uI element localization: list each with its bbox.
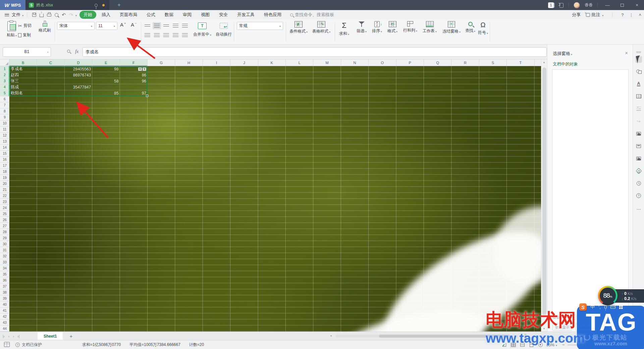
table-style-button[interactable]: ✎ 表格样式 — [311, 21, 332, 34]
prev-sheet-button[interactable]: ‹ — [8, 334, 10, 338]
fill-handle[interactable] — [146, 95, 148, 97]
align-right-button[interactable] — [162, 32, 170, 39]
pane-drag-handle[interactable] — [635, 49, 642, 55]
distribute-button[interactable] — [181, 32, 189, 39]
column-header-S[interactable]: S — [479, 59, 507, 66]
column-header-K[interactable]: K — [258, 59, 286, 66]
decrease-font-size-button[interactable]: A－ — [131, 22, 137, 28]
sogou-logo-icon[interactable]: S — [579, 303, 587, 311]
user-name[interactable]: 香香 — [585, 2, 593, 8]
row-header-31[interactable]: 31 — [0, 247, 9, 253]
align-middle-button[interactable] — [153, 22, 161, 29]
ime-menu-grid-icon[interactable] — [619, 305, 623, 309]
row-header-6[interactable]: 6 — [0, 96, 9, 102]
column-header-T[interactable]: T — [507, 59, 534, 66]
print-button[interactable] — [45, 11, 53, 18]
row-header-34[interactable]: 34 — [0, 265, 9, 271]
sheet-tab-sheet1[interactable]: Sheet1 — [38, 332, 63, 340]
column-header-Q[interactable]: Q — [424, 59, 451, 66]
save-button[interactable] — [31, 11, 38, 18]
merge-center-button[interactable]: T 合并居中 — [193, 21, 212, 37]
cut-button[interactable]: 剪切 — [18, 23, 32, 29]
ime-toolbar[interactable]: S 中 ’, — [579, 303, 623, 311]
document-protected-status[interactable]: ? 文档已保护 — [15, 340, 42, 349]
menu-tab-审阅[interactable]: 审阅 — [179, 11, 196, 19]
help-sidebar-button[interactable]: ? — [635, 192, 642, 199]
next-sheet-button[interactable]: › — [13, 334, 14, 338]
wordart-button[interactable]: A — [635, 81, 642, 87]
align-bottom-button[interactable] — [162, 22, 170, 29]
screenshot-button[interactable] — [635, 130, 642, 137]
column-header-F[interactable]: F — [120, 59, 148, 66]
skin-theme-icon[interactable] — [558, 3, 564, 7]
flow-button[interactable]: ↪ — [635, 118, 642, 124]
cell-mode-icon[interactable] — [4, 342, 10, 347]
row-header-40[interactable]: 40 — [0, 301, 9, 307]
zoom-formula-icon[interactable] — [67, 50, 70, 53]
column-header-P[interactable]: P — [396, 59, 424, 66]
user-avatar[interactable] — [574, 2, 580, 8]
row-header-16[interactable]: 16 — [0, 157, 9, 163]
scroll-up-icon[interactable]: ▲ — [543, 61, 545, 64]
row-header-23[interactable]: 23 — [0, 199, 9, 205]
wps-logo[interactable]: WWPS — [0, 0, 25, 10]
grid[interactable]: 李成名2840556398赵四8697674386张三5896陈成3547784… — [9, 66, 541, 332]
row-header-37[interactable]: 37 — [0, 283, 9, 289]
column-header-M[interactable]: M — [313, 59, 341, 66]
collapse-ribbon-button[interactable]: ˄ — [639, 12, 641, 17]
format-button[interactable]: 格式 — [384, 21, 400, 34]
filter-button[interactable]: 筛选 — [354, 21, 370, 34]
row-header-39[interactable]: 39 — [0, 295, 9, 301]
shapes-button[interactable] — [635, 68, 642, 75]
row-header-27[interactable]: 27 — [0, 223, 9, 229]
number-format-select[interactable]: 常规 — [237, 22, 283, 30]
row-header-42[interactable]: 42 — [0, 313, 9, 319]
row-header-2[interactable]: 2 — [0, 72, 9, 78]
select-all-corner[interactable] — [0, 59, 9, 66]
skill-badge-button[interactable] — [635, 167, 642, 174]
font-size-select[interactable]: 11 — [96, 22, 117, 30]
command-search[interactable]: 查找命令、搜索模板 — [290, 12, 334, 18]
row-header-3[interactable]: 3 — [0, 78, 9, 84]
menu-tab-页面布局[interactable]: 页面布局 — [116, 11, 141, 19]
font-name-select[interactable]: 宋体 — [57, 22, 95, 30]
document-tab[interactable]: S 姓名.xlsx — [25, 0, 109, 10]
row-header-43[interactable]: 43 — [0, 319, 9, 326]
menu-tab-开发工具[interactable]: 开发工具 — [233, 11, 259, 19]
row-header-17[interactable]: 17 — [0, 163, 9, 169]
more-button[interactable]: ⋮ — [629, 12, 633, 17]
menu-tab-特色应用[interactable]: 特色应用 — [260, 11, 285, 19]
row-header-1[interactable]: 1 — [0, 66, 9, 72]
vertical-scrollbar-thumb[interactable] — [542, 67, 546, 316]
row-header-5[interactable]: 5 — [0, 90, 9, 96]
row-header-24[interactable]: 24 — [0, 205, 9, 211]
row-header-29[interactable]: 29 — [0, 235, 9, 241]
worksheet-button[interactable]: 工作表 — [420, 21, 439, 34]
resource-box-button[interactable] — [635, 143, 642, 149]
microphone-icon[interactable] — [604, 305, 607, 309]
align-left-button[interactable] — [143, 32, 152, 39]
keyboard-icon[interactable] — [610, 305, 615, 309]
ime-language-toggle[interactable]: 中 — [590, 304, 595, 310]
row-header-4[interactable]: 4 — [0, 84, 9, 90]
row-header-33[interactable]: 33 — [0, 259, 9, 265]
row-header-41[interactable]: 41 — [0, 307, 9, 313]
find-button[interactable]: 查找 — [464, 21, 477, 34]
hscroll-left-icon[interactable]: ◂ — [330, 334, 332, 337]
picture-button[interactable] — [635, 155, 642, 162]
comment-button[interactable]: 批注 — [586, 12, 603, 18]
copy-button[interactable]: 复制 — [18, 32, 31, 38]
document-count-badge[interactable]: 1 — [548, 2, 554, 8]
menu-tab-插入[interactable]: 插入 — [98, 11, 114, 19]
format-painter-button[interactable]: 格式刷 — [35, 21, 54, 33]
menu-tab-安全[interactable]: 安全 — [215, 11, 232, 19]
last-sheet-button[interactable]: ›| — [17, 334, 20, 338]
history-button[interactable] — [635, 180, 642, 187]
column-header-B[interactable]: B — [9, 59, 37, 66]
increase-font-size-button[interactable]: A＋ — [120, 22, 126, 28]
row-header-7[interactable]: 7 — [0, 102, 9, 108]
undo-button[interactable]: ↶ — [60, 11, 67, 18]
menu-tab-开始[interactable]: 开始 — [79, 11, 96, 19]
row-header-30[interactable]: 30 — [0, 241, 9, 247]
first-sheet-button[interactable]: |‹ — [3, 334, 5, 338]
